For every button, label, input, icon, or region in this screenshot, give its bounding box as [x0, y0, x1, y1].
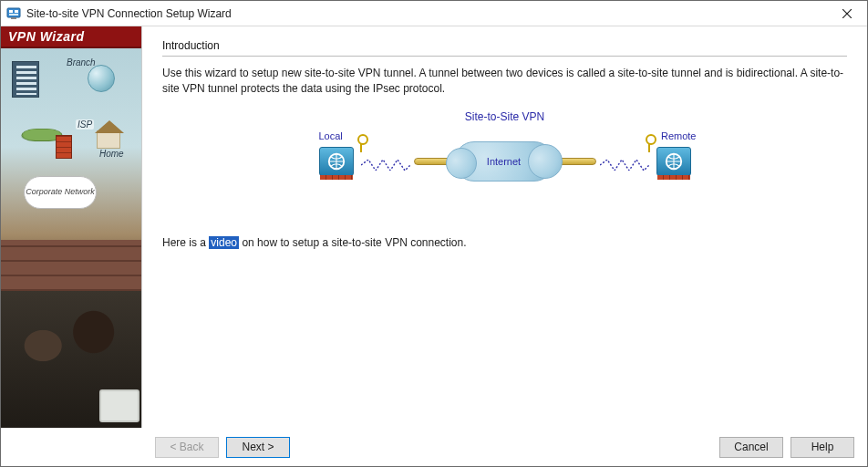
svg-rect-4: [11, 17, 16, 19]
svg-rect-1: [9, 10, 13, 13]
sidebar-illustration: Branch ISP Home Corporate Network: [1, 48, 141, 428]
cancel-button[interactable]: Cancel: [719, 437, 783, 458]
diagram-label-internet: Internet: [487, 156, 521, 167]
video-help-line: Here is a video on how to setup a site-t…: [162, 236, 847, 249]
video-line-suffix: on how to setup a site-to-site VPN conne…: [239, 236, 466, 249]
encrypted-line-icon: [361, 160, 410, 171]
main-panel: Introduction Use this wizard to setup ne…: [142, 26, 867, 428]
video-line-prefix: Here is a: [162, 236, 209, 249]
body: VPN Wizard Branch ISP Home Corporate Net…: [1, 26, 867, 428]
sidebar: VPN Wizard Branch ISP Home Corporate Net…: [1, 26, 142, 428]
intro-text: Use this wizard to setup new site-to-sit…: [162, 66, 847, 98]
sidebar-header: VPN Wizard: [1, 26, 141, 48]
firewall-icon: [56, 135, 72, 159]
help-button[interactable]: Help: [790, 437, 854, 458]
globe-icon: [88, 65, 115, 92]
vpn-diagram: Site-to-Site VPN Local Internet Remote: [314, 114, 697, 196]
key-icon: [357, 134, 365, 150]
monitor-illustration: [99, 389, 140, 422]
diagram-title: Site-to-Site VPN: [314, 110, 697, 123]
diagram-label-remote: Remote: [661, 130, 697, 141]
close-button[interactable]: [826, 1, 867, 26]
app-icon: [6, 6, 21, 21]
building-icon: [12, 61, 39, 98]
sidebar-label-branch: Branch: [67, 57, 96, 67]
video-link[interactable]: video: [209, 236, 239, 249]
wizard-window: Site-to-site VPN Connection Setup Wizard…: [0, 0, 868, 467]
house-icon: [97, 130, 120, 149]
encrypted-line-icon: [600, 160, 649, 171]
diagram-label-local: Local: [319, 130, 343, 141]
remote-device-icon: [656, 147, 691, 176]
next-button[interactable]: Next >: [226, 437, 290, 458]
close-icon: [842, 9, 852, 18]
local-device-icon: [319, 147, 354, 176]
back-button: < Back: [155, 437, 219, 458]
footer: < Back Next > Cancel Help: [1, 428, 867, 466]
internet-cloud-icon: Internet: [454, 141, 554, 182]
sidebar-label-isp: ISP: [76, 119, 94, 130]
sidebar-cloud: Corporate Network: [24, 176, 97, 209]
sidebar-label-corporate: Corporate Network: [26, 188, 95, 197]
section-title: Introduction: [162, 39, 847, 57]
sidebar-label-home: Home: [99, 149, 124, 159]
window-title: Site-to-site VPN Connection Setup Wizard: [26, 7, 826, 20]
svg-rect-3: [9, 14, 18, 16]
titlebar: Site-to-site VPN Connection Setup Wizard: [1, 1, 867, 26]
svg-rect-2: [15, 10, 18, 13]
key-icon: [646, 134, 653, 150]
